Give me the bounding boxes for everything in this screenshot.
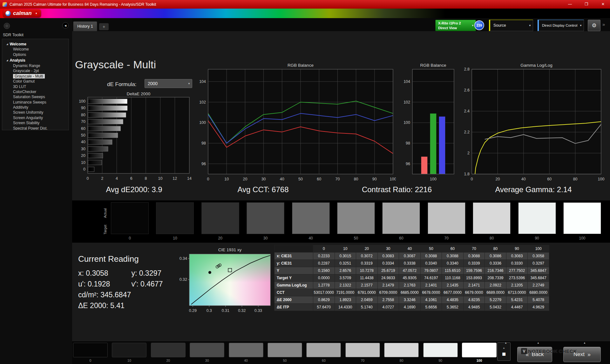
gear-icon: ⚙ [592, 22, 596, 29]
tree-group-welcome[interactable]: ◢Welcome [2, 41, 69, 47]
table-cell: 53017.0000 [313, 289, 335, 296]
source-selector[interactable]: Source ▼ [489, 20, 533, 31]
sidebar-item-label: Welcome [13, 47, 29, 51]
grayscale-patch-button-20[interactable] [151, 343, 186, 357]
col-header-40: 40 [399, 245, 421, 253]
grayscale-patch-button-100[interactable] [462, 343, 497, 357]
table-cell: 2.1479 [377, 282, 399, 289]
green-bar [430, 113, 437, 174]
sidebar-item-additivity[interactable]: Additivity [2, 105, 69, 110]
expander-icon[interactable]: ◢ [6, 43, 8, 45]
add-tab-button[interactable]: + [99, 23, 109, 30]
minimize-button[interactable]: — [563, 0, 577, 9]
sidebar-item-luminance-sweeps[interactable]: Luminance Sweeps [2, 100, 69, 105]
settings-button[interactable]: ⚙ [588, 20, 600, 31]
next-button[interactable]: Next » [563, 347, 601, 362]
gray-swatch-20 [201, 202, 239, 234]
measurement-table: 0102030405060708090100x: CIE310.22330.30… [274, 245, 549, 311]
meter-selector[interactable]: X-Rite i1Pro 2 Direct View ▼ [435, 20, 476, 31]
axis-text: 90 [372, 177, 377, 181]
sidebar-item-screen-angularity[interactable]: Screen Angularity [2, 115, 69, 120]
axis-text: 20 [495, 177, 500, 181]
grayscale-patch-button-70[interactable] [345, 343, 380, 357]
table-cell: 2.1322 [335, 282, 356, 289]
status-circle-icon[interactable] [4, 23, 10, 29]
reading-xy-line: x: 0.3058 y: 0.3297 [78, 269, 182, 280]
expander-icon[interactable]: ◢ [6, 59, 8, 62]
sidebar-item-grayscale-2pt[interactable]: Grayscale - 2pt [2, 68, 69, 73]
grayscale-patch-button-60[interactable] [306, 343, 341, 357]
sidebar-item-3d-lut[interactable]: 3D LUT [2, 84, 69, 89]
table-cell: 0.3086 [485, 253, 506, 260]
sidebar-item-options[interactable]: Options [2, 52, 69, 57]
logo-dropdown-icon[interactable]: ▼ [34, 11, 39, 16]
axis-text: 80 [354, 177, 358, 181]
gray-swatch-100 [563, 202, 601, 234]
tab-history-1[interactable]: History 1 [73, 21, 97, 31]
table-cell: 0.3340 [420, 260, 442, 267]
grayscale-patch-button-10[interactable] [112, 343, 146, 357]
sidebar-item-colorchecker[interactable]: ColorChecker [2, 89, 69, 94]
table-cell: 6689.0000 [485, 289, 506, 296]
patch-label: 10 [112, 359, 146, 362]
axis-text: 10 [158, 176, 163, 181]
col-header-100: 100 [528, 245, 549, 253]
deltae-bar-20 [88, 153, 103, 158]
grayscale-patch-button-40[interactable] [229, 343, 263, 357]
axis-text: 2.8 [464, 67, 470, 71]
display-control-selector[interactable]: Direct Display Control ▼ [538, 20, 584, 31]
cd-label: cd/m²: [78, 291, 98, 299]
tree-group-analysis[interactable]: ◢Analysis [2, 58, 69, 63]
table-cell: 5.4078 [528, 296, 549, 304]
next-label: Next [573, 351, 585, 358]
table-cell: 0.3088 [463, 253, 485, 260]
grayscale-patch-button-90[interactable] [423, 343, 458, 357]
table-cell: 277.7502 [506, 267, 528, 274]
axis-text: 2 [101, 176, 103, 181]
gray-swatch-level-label: 30 [247, 236, 284, 240]
sidebar-item-screen-stability[interactable]: Screen Stability [2, 120, 69, 125]
axis-text: 8 [145, 176, 147, 181]
table-row-e-itp: ΔE ITP57.647014.43305.17404.07274.16905.… [274, 304, 549, 311]
table-cell: 4.1061 [420, 296, 442, 304]
sidebar-item-welcome[interactable]: Welcome [2, 47, 69, 52]
sidebar-item-screen-uniformity[interactable]: Screen Uniformity [2, 110, 69, 115]
axis-text: 6 [130, 176, 132, 181]
axis-text: 30 [261, 177, 266, 181]
sidebar-item-color-gamut[interactable]: Color Gamut [2, 79, 69, 84]
table-cell: 5.2279 [485, 296, 506, 304]
row-label: ΔE ITP [274, 304, 313, 311]
de-formula-dropdown[interactable]: 2000 ▼ [145, 79, 192, 88]
sidebar-item-saturation-sweeps[interactable]: Saturation Sweeps [2, 94, 69, 99]
deltae-2000-bar-chart: DeltaE 200002468101214100908070605040302… [76, 91, 192, 184]
maximize-button[interactable]: ❐ [580, 0, 593, 9]
grayscale-patch-button-0[interactable] [73, 343, 108, 357]
axis-text: 60 [547, 177, 552, 181]
axis-text: 90 [81, 106, 85, 110]
table-cell: 4.4835 [442, 296, 464, 304]
axis-text: 20 [243, 177, 247, 181]
patch-label: 30 [190, 359, 224, 362]
sidebar: ◄ SDR Toolkit ◢WelcomeWelcomeOptions◢Ana… [0, 18, 72, 364]
sidebar-item-grayscale-multi[interactable]: Grayscale - Multi [2, 74, 69, 79]
axis-text: 70 [81, 119, 85, 124]
axis-text: 40 [521, 177, 526, 181]
calman-logo-button[interactable]: calman ▼ [3, 9, 41, 17]
close-button[interactable]: ✕ [596, 0, 610, 9]
back-button[interactable]: « Back [517, 347, 552, 362]
grayscale-patch-button-50[interactable] [268, 343, 302, 357]
chevron-right-icon[interactable]: » [602, 22, 605, 27]
contrast-ratio-stat: Contrast Ratio: 2216 [362, 185, 432, 194]
table-cell: 0.3087 [399, 253, 421, 260]
table-cell: 6685.0000 [399, 289, 421, 296]
grayscale-patch-button-30[interactable] [190, 343, 224, 357]
meter-count-badge[interactable]: 239 [474, 20, 484, 30]
table-cell: 3.5709 [335, 274, 356, 282]
patch-label: 100 [462, 359, 497, 362]
table-cell: 6709.0000 [377, 289, 399, 296]
sidebar-collapse-button[interactable]: ◄ [62, 22, 69, 29]
grayscale-patch-button-80[interactable] [384, 343, 419, 357]
sidebar-item-dynamic-range[interactable]: Dynamic Range [2, 63, 69, 68]
table-cell: 5.1740 [356, 304, 378, 311]
sidebar-item-spectral-power-dist[interactable]: Spectral Power Dist. [2, 125, 69, 130]
